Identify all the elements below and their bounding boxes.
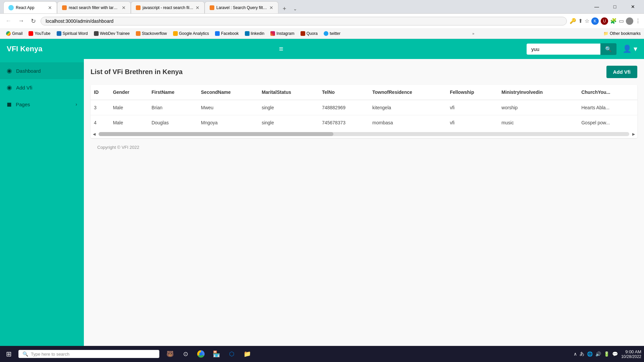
tab-laravel-query[interactable]: Laravel : Search Query filter - Sta... ✕	[205, 1, 278, 13]
new-tab-button[interactable]: +	[280, 4, 289, 13]
tab-laravel-search[interactable]: react search filter with laravel - S... …	[57, 1, 131, 13]
bookmark-quora[interactable]: Quora	[298, 31, 320, 37]
bookmark-linkedin[interactable]: linkedin	[242, 31, 267, 37]
tab-close-2[interactable]: ✕	[122, 5, 126, 10]
taskbar-icon-explorer[interactable]: 📁	[240, 347, 254, 361]
cell-6: kitengela	[369, 100, 446, 115]
minimize-button[interactable]: —	[589, 1, 604, 12]
scroll-thumb[interactable]	[99, 132, 333, 136]
taskbar-search-icon: 🔍	[22, 351, 28, 357]
brand-name: VFI Kenya	[7, 45, 42, 53]
tw-favicon	[324, 31, 328, 36]
show-hidden-icon[interactable]: ∧	[574, 351, 577, 357]
tab-react-app[interactable]: React App ✕	[3, 1, 57, 13]
tab-close-4[interactable]: ✕	[269, 5, 273, 10]
search-area: 🔍	[527, 43, 616, 55]
battery-icon[interactable]: 🔋	[604, 351, 609, 357]
tab-close-3[interactable]: ✕	[196, 5, 200, 10]
bookmark-webdev[interactable]: WebDev Trainee	[91, 31, 132, 37]
user-avatar[interactable]	[626, 17, 633, 25]
profile-icon-k[interactable]: K	[591, 17, 599, 25]
tab-js-search[interactable]: javascript - react search filter wit... …	[131, 1, 205, 13]
nav-search-button[interactable]: 🔍	[600, 43, 616, 55]
bookmark-li-label: linkedin	[251, 31, 265, 36]
tab-overflow-button[interactable]: ⌄	[290, 4, 300, 13]
col-townofresidence: TownofResidence	[369, 85, 446, 100]
taskbar-icon-cortana[interactable]: 🐻	[163, 347, 177, 361]
taskbar-icon-chrome[interactable]	[194, 347, 208, 361]
add-vfi-button[interactable]: Add Vfi	[606, 66, 638, 78]
table-row[interactable]: 4MaleDouglasMngoyasingle745678373mombasa…	[91, 115, 637, 130]
vfi-table: ID Gender FirstName SecondName MaritalSt…	[91, 85, 637, 130]
tab-title-1: React App	[16, 5, 46, 10]
profile-icon-u[interactable]: U	[601, 17, 608, 25]
tab-close-1[interactable]: ✕	[48, 5, 52, 10]
bookmark-stackoverflow[interactable]: Stackoverflow	[133, 31, 170, 37]
other-bookmarks-folder[interactable]: 📁 Other bookmarks	[603, 31, 641, 36]
nav-search-input[interactable]	[527, 44, 600, 55]
bookmark-star-icon[interactable]: ☆	[585, 18, 589, 24]
browser-chrome: React App ✕ react search filter with lar…	[0, 0, 644, 39]
hamburger-menu-button[interactable]: ≡	[279, 45, 283, 53]
taskbar-search-placeholder: Type here to search	[31, 352, 69, 357]
bookmark-gmail-label: Gmail	[12, 31, 22, 36]
bookmarks-more-button[interactable]: »	[470, 31, 476, 36]
start-button[interactable]: ⊞	[3, 349, 15, 359]
table-header-row: ID Gender FirstName SecondName MaritalSt…	[91, 85, 637, 100]
horizontal-scrollbar[interactable]: ◄ ►	[91, 130, 637, 138]
tab-favicon-so2	[136, 5, 141, 10]
cell-5: 745678373	[319, 115, 369, 130]
ga-favicon	[173, 31, 178, 36]
system-tray-icons: ∧ あ 🌐 🔊 🔋 💬	[574, 351, 618, 357]
qu-favicon	[301, 31, 305, 36]
scroll-right-button[interactable]: ►	[630, 131, 637, 137]
cell-9: Hearts Abla...	[578, 100, 637, 115]
col-secondname: SecondName	[198, 85, 258, 100]
sidebar-item-dashboard[interactable]: ◉ Dashboard	[0, 62, 84, 79]
ig-favicon	[270, 31, 275, 36]
reload-button[interactable]: ↻	[29, 16, 38, 26]
maximize-button[interactable]: □	[607, 1, 623, 12]
volume-icon[interactable]: 🔊	[595, 351, 601, 357]
close-button[interactable]: ✕	[625, 1, 641, 12]
cell-1: Male	[110, 100, 148, 115]
bookmark-instagram[interactable]: Instagram	[268, 31, 297, 37]
network-icon[interactable]: 🌐	[587, 351, 593, 357]
forward-button[interactable]: →	[16, 16, 26, 26]
bookmark-ig-label: Instagram	[276, 31, 294, 36]
main-content: List of VFi Brethren in Kenya Add Vfi ID…	[84, 59, 644, 362]
taskbar-icon-store[interactable]: 🏪	[210, 347, 223, 361]
taskbar-icon-vscode[interactable]: ⬡	[225, 347, 238, 361]
bookmark-gmail[interactable]: Gmail	[3, 31, 25, 37]
user-menu-button[interactable]: 👤 ▾	[623, 45, 637, 53]
system-clock[interactable]: 9:00 AM 10/28/2022	[621, 349, 641, 359]
page-title: List of VFi Brethren in Kenya	[91, 68, 182, 76]
ime-icon[interactable]: あ	[580, 351, 584, 357]
address-input[interactable]	[41, 17, 567, 25]
more-options-icon[interactable]: ⋮	[635, 18, 641, 24]
taskbar-search-box[interactable]: 🔍 Type here to search	[18, 350, 159, 358]
sidebar-dashboard-label: Dashboard	[16, 68, 77, 74]
scroll-track[interactable]	[99, 132, 629, 136]
gmail-favicon	[6, 31, 11, 36]
extensions-icon[interactable]: 🧩	[610, 18, 617, 24]
sidebar-item-add-vfi[interactable]: ◉ Add Vfi	[0, 79, 84, 96]
taskbar-icon-task-view[interactable]: ⊙	[179, 347, 192, 361]
scroll-left-button[interactable]: ◄	[91, 131, 98, 137]
cell-0: 4	[91, 115, 110, 130]
notification-icon[interactable]: 💬	[612, 351, 618, 357]
sidebar-item-pages[interactable]: ◼ Pages ›	[0, 96, 84, 113]
bookmark-facebook[interactable]: Facebook	[212, 31, 241, 37]
bookmark-spiritual-word[interactable]: Spiritual Word	[54, 31, 91, 37]
table-row[interactable]: 3MaleBrianMweusingle748882969kitengelavf…	[91, 100, 637, 115]
bookmark-youtube[interactable]: YouTube	[26, 31, 53, 37]
sidebar-toggle-icon[interactable]: ▭	[619, 18, 624, 24]
bookmark-sw-label: Spiritual Word	[63, 31, 88, 36]
back-button[interactable]: ←	[3, 16, 13, 26]
tab-favicon-react	[8, 5, 14, 10]
bookmark-twitter[interactable]: twitter	[321, 31, 343, 37]
lock-icon: 🔑	[570, 18, 576, 24]
share-icon[interactable]: ⬆	[578, 18, 583, 24]
bookmark-tw-label: twitter	[330, 31, 340, 36]
bookmark-google-analytics[interactable]: Google Analytics	[170, 31, 212, 37]
